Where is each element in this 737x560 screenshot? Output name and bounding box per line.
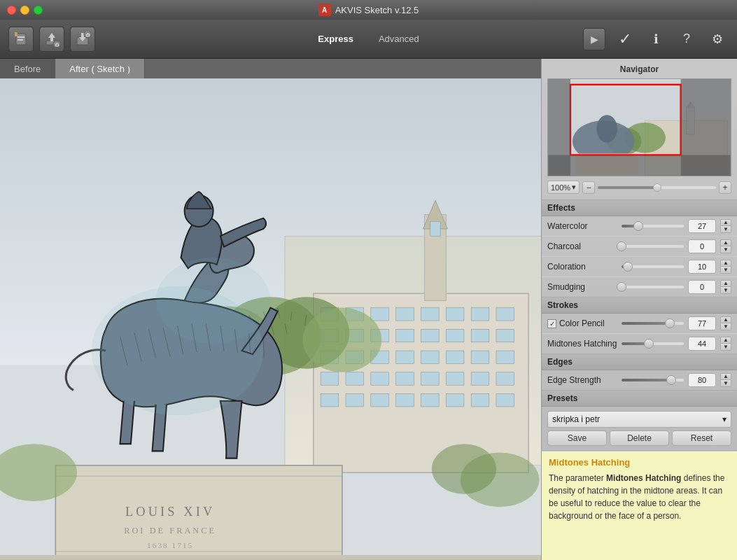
svg-rect-47 [446,372,464,385]
svg-rect-39 [446,351,464,363]
toolbar-center: Express Advanced [312,31,424,47]
minimize-button[interactable] [20,6,29,15]
mode-advanced[interactable]: Advanced [373,31,425,47]
canvas-content[interactable]: LOUIS XIV ROI DE FRANCE 1638 1715 [0,78,541,560]
info-button[interactable]: ℹ [645,28,667,50]
svg-rect-44 [371,372,389,385]
info-text-before: The parameter [549,473,606,483]
smudging-value: 0 [688,280,716,294]
app-title: AKVIS Sketch v.12.5 [335,5,419,15]
color-pencil-up[interactable]: ▲ [720,316,731,323]
edges-section: Edges Edge Strength 80 ▲ ▼ [542,354,737,391]
help-button[interactable]: ? [675,28,698,50]
svg-rect-42 [321,372,339,385]
preset-buttons: Save Delete Reset [547,430,731,446]
edge-strength-up[interactable]: ▲ [720,373,731,380]
charcoal-down[interactable]: ▼ [720,246,731,253]
midtones-hatching-row: Midtones Hatching 44 ▲ ▼ [542,334,737,354]
coloration-down[interactable]: ▼ [720,267,731,274]
color-pencil-slider[interactable] [622,322,684,325]
svg-text:⚙: ⚙ [85,32,90,38]
open-button[interactable] [8,27,34,52]
watercolor-slider-container [622,225,684,227]
midtones-hatching-up[interactable]: ▲ [720,337,731,344]
tab-before[interactable]: Before [0,59,55,78]
midtones-hatching-value: 44 [688,337,716,351]
watercolor-down[interactable]: ▼ [720,226,731,233]
svg-rect-46 [421,372,440,385]
midtones-hatching-down[interactable]: ▼ [720,344,731,351]
svg-rect-40 [471,351,489,363]
run-button[interactable]: ▶ [583,28,605,50]
color-pencil-down[interactable]: ▼ [720,323,731,330]
title-bar: A AKVIS Sketch v.12.5 [0,0,737,20]
presets-header: Presets [542,391,737,407]
charcoal-slider[interactable] [622,245,684,248]
watercolor-row: Watercolor 27 ▲ ▼ [542,216,737,237]
midtones-hatching-label: Midtones Hatching [547,339,617,349]
svg-rect-41 [496,351,514,363]
app-icon: A [318,4,331,16]
svg-rect-48 [471,372,489,385]
color-pencil-row: Color Pencil 77 ▲ ▼ [542,314,737,334]
apply-icon: ✓ [619,30,631,48]
watercolor-slider[interactable] [622,225,684,227]
presets-select[interactable]: skripka i petr ▾ [547,411,731,428]
svg-rect-31 [446,329,464,342]
zoom-minus-button[interactable]: − [582,181,595,194]
charcoal-up[interactable]: ▲ [720,239,731,246]
settings-icon: ⚙ [712,31,723,47]
charcoal-stepper: ▲ ▼ [720,239,731,253]
mode-express[interactable]: Express [312,31,359,47]
zoom-slider-thumb[interactable] [653,183,661,192]
svg-text:⚙: ⚙ [55,42,59,47]
svg-rect-54 [421,393,440,406]
info-title: Midtones Hatching [549,457,730,468]
help-icon: ? [683,31,690,46]
run-icon: ▶ [591,34,598,45]
smudging-label: Smudging [547,282,617,292]
upload-button[interactable]: ⚙ [39,27,64,52]
navigator-section: Navigator [542,59,737,200]
settings-button[interactable]: ⚙ [706,28,729,50]
svg-rect-49 [496,372,514,385]
svg-rect-52 [371,393,389,406]
color-pencil-checkbox[interactable] [547,319,556,328]
edge-strength-down[interactable]: ▼ [720,380,731,387]
smudging-down[interactable]: ▼ [720,287,731,294]
smudging-slider[interactable] [622,286,684,288]
edge-strength-slider[interactable] [622,379,684,382]
close-button[interactable] [7,6,16,15]
download-button[interactable]: ⚙ [70,27,95,52]
coloration-slider[interactable] [622,265,684,268]
watercolor-up[interactable]: ▲ [720,219,731,226]
tab-after[interactable]: After ( Sketch ) [55,59,145,78]
zoom-select[interactable]: 100% ▾ [547,181,580,194]
reset-preset-button[interactable]: Reset [672,430,731,446]
traffic-lights [7,6,43,15]
svg-rect-43 [346,372,364,385]
zoom-controls: 100% ▾ − + [547,181,731,194]
watercolor-value: 27 [688,219,716,233]
zoom-plus-button[interactable]: + [719,181,731,194]
svg-rect-25 [496,308,514,321]
apply-button[interactable]: ✓ [614,28,636,50]
delete-preset-button[interactable]: Delete [610,430,669,446]
toolbar-right: ▶ ✓ ℹ ? ⚙ [583,28,729,50]
smudging-up[interactable]: ▲ [720,280,731,287]
save-preset-button[interactable]: Save [547,430,607,446]
midtones-hatching-slider-container [622,342,684,345]
info-bold-text: Midtones Hatching [606,473,681,483]
coloration-up[interactable]: ▲ [720,260,731,267]
zoom-slider[interactable] [598,186,716,189]
effects-header: Effects [542,200,737,216]
svg-rect-2 [17,39,23,41]
toolbar-left: ⚙ ⚙ [8,27,95,52]
maximize-button[interactable] [34,6,43,15]
svg-rect-21 [396,308,414,321]
edge-strength-stepper: ▲ ▼ [720,373,731,387]
midtones-hatching-slider[interactable] [622,342,684,345]
svg-rect-22 [421,308,440,321]
svg-text:ROI DE FRANCE: ROI DE FRANCE [124,526,216,536]
tab-bar: Before After ( Sketch ) [0,59,541,78]
